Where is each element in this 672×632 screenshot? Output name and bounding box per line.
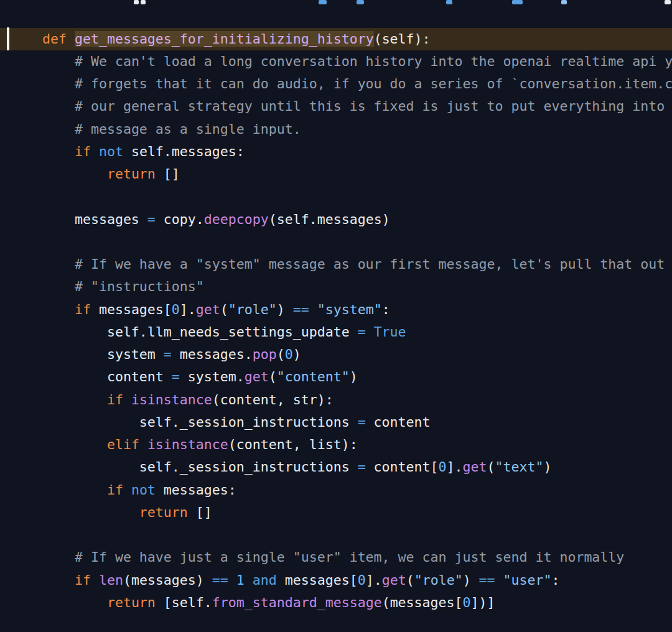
code-token: "text" <box>495 459 544 475</box>
code-line[interactable]: # message as a single input. <box>0 118 672 141</box>
code-token <box>10 76 75 91</box>
code-line[interactable]: # our general strategy until this is fix… <box>0 95 672 118</box>
code-token: 0 <box>463 595 471 610</box>
code-line[interactable] <box>0 524 672 546</box>
code-line[interactable]: if not self.messages: <box>0 141 672 163</box>
code-line[interactable]: if not messages: <box>0 479 672 501</box>
code-token <box>10 504 139 520</box>
code-line[interactable]: return [self.from_standard_message(messa… <box>0 592 672 614</box>
code-token <box>91 144 99 159</box>
code-line[interactable]: if len(messages) == 1 and messages[0].ge… <box>0 569 672 592</box>
code-line[interactable] <box>0 185 672 208</box>
code-token: (self): <box>374 31 431 47</box>
code-line[interactable] <box>0 231 672 253</box>
code-token: # message as a single input. <box>75 121 301 137</box>
code-token: content <box>10 369 172 384</box>
code-token: 0 <box>285 346 293 362</box>
code-line[interactable]: content = system.get("content") <box>0 366 672 388</box>
code-line-current[interactable]: def get_messages_for_initializing_histor… <box>0 28 672 50</box>
code-token: ( <box>277 346 285 362</box>
code-token: from_standard_message <box>212 595 382 610</box>
code-token <box>123 392 131 407</box>
code-token: content[ <box>366 459 439 475</box>
code-token <box>10 98 75 114</box>
code-token <box>228 572 236 588</box>
code-line[interactable]: if messages[0].get("role") == "system": <box>0 299 672 321</box>
clipped-glyph-fragment <box>319 0 327 4</box>
code-token <box>10 144 75 159</box>
code-line[interactable]: return [] <box>0 501 672 524</box>
code-line[interactable] <box>0 0 672 5</box>
code-token: : <box>552 572 560 588</box>
code-line[interactable]: self.llm_needs_settings_update = True <box>0 321 672 343</box>
code-token: == <box>479 572 495 588</box>
code-token: # "instructions" <box>75 279 204 294</box>
code-line[interactable]: # If we have just a single "user" item, … <box>0 546 672 569</box>
code-token: "system" <box>317 302 382 317</box>
code-token: if <box>107 482 123 498</box>
code-line[interactable]: messages = copy.deepcopy(self.messages) <box>0 208 672 231</box>
code-line[interactable]: # forgets that it can do audio, if you d… <box>0 73 672 95</box>
code-token: return <box>139 504 188 520</box>
code-token: messages. <box>172 346 253 362</box>
code-token: = <box>358 324 366 340</box>
code-token <box>10 549 75 565</box>
code-line[interactable]: return [] <box>0 163 672 185</box>
code-token: ) <box>277 302 293 317</box>
code-token: deepcopy <box>204 211 269 227</box>
code-token: isinstance <box>131 392 212 407</box>
code-token: ( <box>269 369 277 384</box>
code-token: "role" <box>414 572 463 588</box>
code-area[interactable]: def get_messages_for_initializing_histor… <box>0 0 672 614</box>
code-line[interactable]: self._session_instructions = content[0].… <box>0 456 672 478</box>
code-token: get <box>382 572 406 588</box>
code-token <box>10 279 75 294</box>
code-editor[interactable]: def get_messages_for_initializing_histor… <box>0 0 672 632</box>
code-line[interactable]: self._session_instructions = content <box>0 411 672 434</box>
code-token: if <box>75 144 91 159</box>
code-token: if <box>107 392 123 407</box>
code-token: = <box>358 459 366 475</box>
code-token: messages <box>10 211 147 227</box>
code-token: not <box>99 144 123 159</box>
code-token: 1 <box>236 572 245 588</box>
clipped-glyph-fragment <box>134 0 139 4</box>
code-token: messages[ <box>91 302 172 317</box>
code-token: ) <box>293 346 301 362</box>
code-token: == <box>293 302 309 317</box>
code-token: ])] <box>471 595 495 610</box>
code-line[interactable]: # We can't load a long conversation hist… <box>0 50 672 73</box>
code-token: (messages[ <box>382 595 463 610</box>
code-line[interactable]: if isinstance(content, str): <box>0 389 672 411</box>
clipped-glyph-fragment <box>512 0 523 4</box>
code-token: system. <box>180 369 245 384</box>
code-token: # We can't load a long conversation hist… <box>75 53 672 69</box>
code-token: == <box>212 572 228 588</box>
code-token: ) <box>350 369 358 384</box>
code-token <box>67 31 75 47</box>
code-line[interactable]: elif isinstance(content, list): <box>0 434 672 456</box>
code-line[interactable] <box>0 5 672 27</box>
code-token: 0 <box>172 302 180 317</box>
code-token: and <box>253 572 277 588</box>
code-token: if <box>75 572 91 588</box>
text-caret <box>7 27 9 50</box>
code-line[interactable]: system = messages.pop(0) <box>0 343 672 366</box>
code-line[interactable]: # If we have a "system" message as our f… <box>0 253 672 276</box>
code-token: # forgets that it can do audio, if you d… <box>75 76 672 91</box>
code-token: [] <box>188 504 212 520</box>
code-token <box>139 437 147 452</box>
code-token: get <box>196 302 220 317</box>
code-token: system <box>10 346 164 362</box>
code-token: ]. <box>366 572 382 588</box>
code-token: len <box>99 572 123 588</box>
code-token: "content" <box>277 369 350 384</box>
code-line[interactable]: # "instructions" <box>0 276 672 298</box>
code-token: # If we have a "system" message as our f… <box>75 256 665 272</box>
code-token: True <box>374 324 406 340</box>
code-token <box>366 324 374 340</box>
code-token: = <box>164 346 172 362</box>
code-token: copy. <box>156 211 204 227</box>
code-token: def <box>42 31 67 47</box>
code-token: ) <box>463 572 479 588</box>
